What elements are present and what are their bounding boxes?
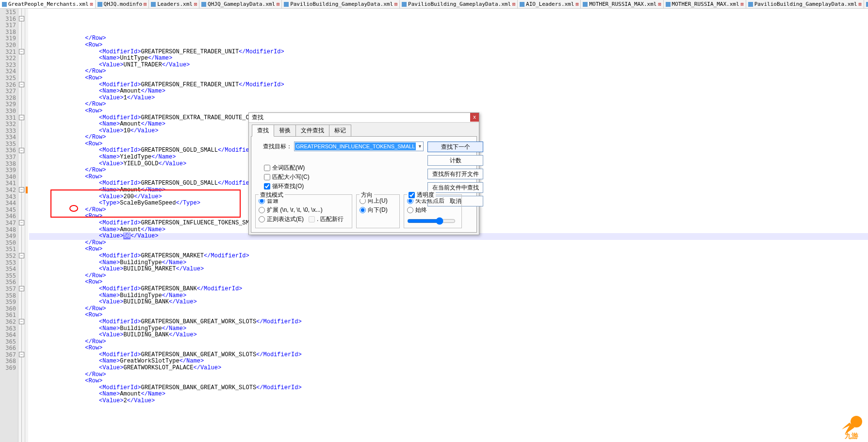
code-line[interactable]: <Value>BUILDING_MARKET</Value>	[29, 266, 868, 273]
code-line[interactable]: </Row>	[29, 372, 868, 379]
close-icon[interactable]: ⊠	[394, 1, 397, 7]
radio[interactable]	[259, 216, 265, 222]
code-line[interactable]: <Name>BuildingType</Name>	[29, 326, 868, 332]
code-line[interactable]: <Row>	[29, 312, 868, 319]
file-tab[interactable]: Leaders.xml⊠	[149, 0, 199, 8]
code-line[interactable]: <Row>	[29, 42, 868, 49]
dialog-button[interactable]: 在当前文件中查找	[427, 182, 483, 193]
close-icon[interactable]: ⊠	[575, 1, 578, 7]
transparency-slider[interactable]	[407, 217, 456, 225]
file-tab[interactable]: MOTHER_RUSSIA_MAX.xml⊠	[581, 0, 663, 8]
tab-label: PavilioBuilding_GameplayData.xml	[408, 1, 511, 7]
transparency-check[interactable]	[409, 192, 415, 198]
close-icon[interactable]: ⊠	[859, 1, 862, 7]
code-line[interactable]: <Value>GREATWORKSLOT_PALACE</Value>	[29, 365, 868, 372]
dialog-tab[interactable]: 查找	[252, 125, 274, 137]
fold-toggle[interactable]: −	[19, 253, 24, 258]
close-icon[interactable]: ⊠	[277, 1, 279, 7]
file-tab[interactable]: MOTHER_RUSSIA_MAX.xml⊠	[664, 0, 746, 8]
file-tab[interactable]: GreatPeople_Merchants.xml⊠	[0, 0, 96, 8]
line-number: 344	[0, 200, 16, 207]
code-line[interactable]: </Row>	[29, 240, 868, 247]
code-line[interactable]: <Name>Amount</Name>	[29, 88, 868, 95]
file-tab[interactable]: MapSiz⊠	[864, 0, 868, 8]
radio-option[interactable]: 扩展 (\n, \r, \t, \0, \x...)	[259, 206, 349, 214]
code-line[interactable]: <Value>BUILDING_BANK</Value>	[29, 332, 868, 339]
code-line[interactable]: <ModifierId>GREATPERSON_BANK_GREAT_WORK_…	[29, 352, 868, 359]
file-icon	[402, 2, 407, 7]
file-tab[interactable]: AIO_Leaders.xml⊠	[518, 0, 581, 8]
dialog-button[interactable]: 查找下一个	[427, 142, 483, 152]
fold-toggle[interactable]: −	[19, 319, 24, 324]
dialog-button[interactable]: 查找所有打开文件	[427, 169, 483, 179]
fold-toggle[interactable]: −	[19, 352, 24, 357]
fold-toggle[interactable]: −	[19, 220, 24, 225]
code-line[interactable]: <Value>1</Value>	[29, 95, 868, 102]
find-target-combo[interactable]: GREATPERSON_INFLUENCE_TOKENS_SMALL ▼	[294, 142, 424, 151]
close-icon[interactable]: ⊠	[194, 1, 197, 7]
code-line[interactable]: </Row>	[29, 101, 868, 108]
code-line[interactable]: <Row>	[29, 246, 868, 253]
chevron-down-icon[interactable]: ▼	[416, 144, 423, 149]
code-line[interactable]: <Row>	[29, 378, 868, 385]
close-icon[interactable]: ⊠	[741, 1, 744, 7]
code-line[interactable]: <Value>2</Value>	[29, 398, 868, 405]
code-line[interactable]: <ModifierId>GREATPERSON_BANK_GREAT_WORK_…	[29, 385, 868, 392]
close-icon[interactable]: ⊠	[658, 1, 661, 7]
code-line[interactable]: <Name>Amount</Name>	[29, 391, 868, 398]
dialog-tab[interactable]: 替换	[274, 125, 296, 137]
code-line[interactable]: <Row>	[29, 345, 868, 352]
radio[interactable]	[407, 207, 413, 213]
fold-toggle[interactable]: −	[19, 115, 24, 120]
code-line[interactable]: <ModifierId>GREATPERSON_FREE_TRADER_UNIT…	[29, 49, 868, 56]
checkbox[interactable]	[264, 183, 270, 189]
fold-toggle[interactable]: −	[19, 49, 24, 54]
fold-toggle[interactable]: −	[19, 82, 24, 87]
file-tab[interactable]: PavilioBuilding_GameplayData.xml⊠	[746, 0, 864, 8]
code-line[interactable]: <ModifierId>GREATPERSON_BANK</ModifierId…	[29, 286, 868, 293]
line-number: 366	[0, 345, 16, 352]
fold-margin[interactable]: −−−−−−−−−−−	[18, 9, 25, 442]
checkbox[interactable]	[264, 165, 270, 171]
radio-option[interactable]: 正则表达式(E) . 匹配新行	[259, 215, 349, 223]
code-line[interactable]: </Row>	[29, 68, 868, 75]
fold-toggle[interactable]: −	[19, 148, 24, 153]
code-line[interactable]: <Name>UnitType</Name>	[29, 55, 868, 62]
radio-option[interactable]: 始终	[407, 206, 459, 214]
code-line[interactable]: <Value>BUILDING_BANK</Value>	[29, 299, 868, 306]
code-line[interactable]: <Name>BuildingType</Name>	[29, 293, 868, 300]
code-line[interactable]: </Row>	[29, 35, 868, 42]
dialog-button[interactable]: 计数	[427, 155, 483, 166]
code-line[interactable]: <ModifierId>GREATPERSON_FREE_TRADER_UNIT…	[29, 82, 868, 89]
line-number: 338	[0, 161, 16, 168]
file-tab[interactable]: PavilioBuilding_GameplayData.xml⊠	[282, 0, 400, 8]
find-target-input[interactable]: GREATPERSON_INFLUENCE_TOKENS_SMALL	[295, 142, 416, 150]
checkbox[interactable]	[264, 174, 270, 180]
radio[interactable]	[259, 207, 265, 213]
code-line[interactable]: <Name>GreatWorkSlotType</Name>	[29, 358, 868, 365]
dialog-title[interactable]: 查找	[249, 113, 479, 123]
file-tab[interactable]: QHJQ_GameplayData.xml⊠	[199, 0, 282, 8]
code-line[interactable]: <Name>BuildingType</Name>	[29, 260, 868, 267]
dialog-tab[interactable]: 文件查找	[295, 125, 329, 137]
close-icon[interactable]: ⊠	[144, 1, 147, 7]
code-line[interactable]: <Row>	[29, 75, 868, 82]
radio-option[interactable]: 向下(D)	[360, 206, 396, 214]
fold-toggle[interactable]: −	[19, 286, 24, 291]
code-line[interactable]: <ModifierId>GREATPERSON_MARKET</Modifier…	[29, 253, 868, 260]
close-icon[interactable]: ⊠	[512, 1, 515, 7]
file-tab[interactable]: QHJQ.modinfo⊠	[96, 0, 149, 8]
code-line[interactable]: <ModifierId>GREATPERSON_BANK_GREAT_WORK_…	[29, 319, 868, 326]
code-line[interactable]: <Row>	[29, 279, 868, 286]
file-tab[interactable]: PavilioBuilding_GameplayData.xml⊠	[400, 0, 518, 8]
fold-toggle[interactable]: −	[19, 16, 24, 21]
radio[interactable]	[360, 207, 366, 213]
fold-toggle[interactable]: −	[19, 187, 24, 192]
code-line[interactable]: </Row>	[29, 273, 868, 280]
code-line[interactable]: </Row>	[29, 306, 868, 313]
close-icon[interactable]: x	[470, 113, 479, 122]
code-line[interactable]: </Row>	[29, 339, 868, 346]
dialog-tab[interactable]: 标记	[329, 125, 351, 137]
code-line[interactable]: <Value>UNIT_TRADER</Value>	[29, 62, 868, 69]
close-icon[interactable]: ⊠	[90, 1, 93, 7]
